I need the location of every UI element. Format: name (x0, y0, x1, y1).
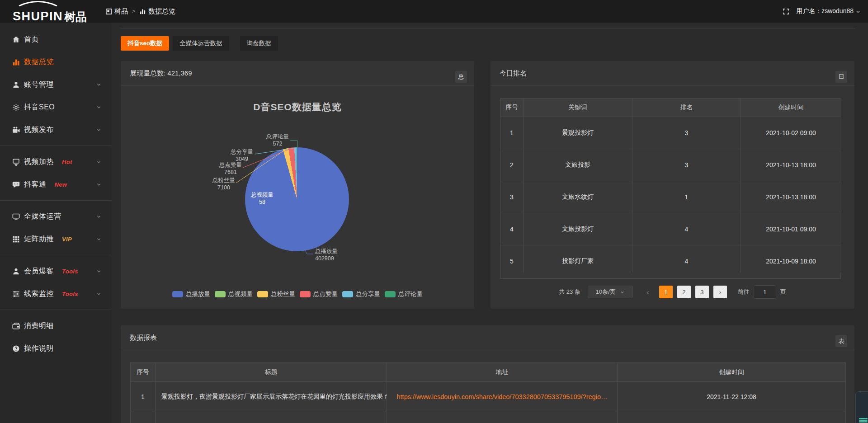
overview-total-badge[interactable]: 总 (455, 71, 467, 83)
breadcrumb-root-label: 树品 (114, 7, 128, 16)
page-size-select[interactable]: 10条/页 (588, 286, 633, 298)
rank-panel: 今日排名 日 序号 关键词 排名 创建时间 1景观投影灯32021-10-02 … (491, 61, 854, 309)
sidebar-item-monitor[interactable]: 全媒体运营 (0, 205, 112, 228)
prev-page-button[interactable]: ‹ (644, 288, 652, 296)
pie-label-comments: 总评论量572 (266, 133, 289, 147)
legend-swatch (385, 291, 396, 297)
sidebar-menu: 首页 数据总览 账号管理 抖音SEO 视频发布 视频加热 Hot 抖客通 New… (0, 23, 112, 423)
user-menu[interactable]: 用户名：zswodun88 (796, 7, 861, 15)
sidebar-item-label: 抖客通 (24, 180, 47, 189)
table-row: 3文旅水纹灯12021-10-13 18:00 (500, 181, 841, 213)
header-right: 用户名：zswodun88 (782, 0, 861, 23)
chevron-down-icon (96, 127, 102, 133)
gadget-bars-icon (859, 417, 868, 423)
sidebar-item-user-tools[interactable]: 会员爆客 Tools (0, 260, 112, 282)
report-panel: 数据报表 表 序号 标题 地址 创建时间 1 景观投影灯，夜游景观投影灯厂家展示… (121, 325, 854, 423)
sidebar-item-label: 线索监控 (24, 289, 54, 299)
wallet-icon (11, 321, 20, 330)
breadcrumb-current[interactable]: 数据总览 (139, 7, 175, 16)
chat-icon (11, 180, 20, 189)
rank-day-badge[interactable]: 日 (835, 71, 847, 83)
sidebar-divider (0, 255, 112, 255)
table-row (131, 412, 846, 423)
tab-1[interactable]: 全媒体运营数据 (173, 36, 229, 51)
pie-label-shares: 总分享量3049 (231, 148, 253, 163)
app-logo[interactable]: SHUPIN 树品 (13, 0, 87, 26)
legend-swatch (300, 291, 311, 297)
pie-legend: 总播放量总视频量总粉丝量总点赞量总分享量总评论量 (121, 290, 474, 298)
breadcrumb-current-label: 数据总览 (148, 7, 175, 16)
table-cell: 2021-10-13 18:00 (741, 181, 841, 213)
col-keyword: 关键词 (524, 99, 632, 117)
sidebar-item-user[interactable]: 账号管理 (0, 73, 112, 96)
col-created: 创建时间 (741, 99, 841, 117)
user-icon (11, 80, 20, 89)
pagination-total: 共 23 条 (559, 288, 580, 296)
legend-item[interactable]: 总粉丝量 (257, 290, 295, 298)
legend-label: 总点赞量 (313, 290, 338, 298)
report-panel-title: 数据报表 (130, 334, 157, 342)
col-url: 地址 (387, 363, 618, 382)
legend-item[interactable]: 总播放量 (172, 290, 210, 298)
pie-label-plays: 总播放量402909 (315, 248, 338, 262)
sidebar-item-label: 视频发布 (24, 125, 54, 135)
sidebar-item-label: 抖音SEO (24, 103, 55, 112)
legend-item[interactable]: 总视频量 (215, 290, 253, 298)
gear-icon (11, 103, 20, 112)
legend-label: 总视频量 (228, 290, 253, 298)
scrollbar-widget[interactable] (855, 391, 868, 423)
chevron-down-icon (855, 9, 861, 14)
user-label: 用户名：zswodun88 (796, 7, 854, 15)
col-index: 序号 (131, 363, 156, 382)
sidebar-item-wallet[interactable]: 消费明细 (0, 315, 112, 337)
sidebar-item-grid[interactable]: 矩阵助推 VIP (0, 228, 112, 250)
rank-table-partial-row (500, 273, 841, 279)
sidebar-item-sliders[interactable]: 线索监控 Tools (0, 282, 112, 305)
sidebar-item-tag: VIP (62, 236, 72, 243)
tab-2[interactable]: 询盘数据 (240, 36, 278, 51)
pie-label-fans: 总粉丝量7100 (212, 177, 235, 191)
sidebar-item-home[interactable]: 首页 (0, 28, 112, 51)
chevron-down-icon (96, 159, 102, 165)
legend-swatch (215, 291, 226, 297)
sidebar-item-gear[interactable]: 抖音SEO (0, 96, 112, 118)
sidebar-divider (0, 200, 112, 201)
header-divider (121, 28, 855, 28)
overview-panel: 展现量总数: 421,369 总 D音SEO数据量总览 总评论量572 总分享量… (121, 61, 474, 309)
chevron-down-icon (96, 82, 102, 88)
page-button-1[interactable]: 1 (659, 286, 673, 298)
legend-swatch (172, 291, 183, 297)
sidebar-divider (0, 310, 112, 310)
table-cell: 文旅投影灯 (524, 213, 632, 245)
user-tools-icon (11, 267, 20, 276)
page-button-3[interactable]: 3 (695, 286, 709, 298)
page-button-2[interactable]: 2 (677, 286, 691, 298)
col-title: 标题 (156, 363, 387, 382)
sidebar-item-chat[interactable]: 抖客通 New (0, 173, 112, 196)
legend-item[interactable]: 总点赞量 (300, 290, 338, 298)
sidebar-item-video-camera[interactable]: 视频发布 (0, 118, 112, 141)
breadcrumb-root[interactable]: 树品 (105, 7, 128, 16)
chevron-down-icon (96, 291, 102, 297)
report-table-badge[interactable]: 表 (835, 335, 847, 347)
table-cell: 1 (500, 117, 524, 149)
next-page-button[interactable]: › (713, 286, 727, 298)
fullscreen-icon[interactable] (782, 8, 790, 15)
sidebar-item-label: 操作说明 (24, 344, 54, 353)
legend-item[interactable]: 总评论量 (385, 290, 423, 298)
video-link[interactable]: https://www.iesdouyin.com/share/video/70… (387, 382, 618, 412)
sidebar-item-question[interactable]: 操作说明 (0, 337, 112, 360)
tab-0[interactable]: 抖音seo数据 (121, 36, 169, 51)
rank-table: 序号 关键词 排名 创建时间 1景观投影灯32021-10-02 09:002文… (500, 98, 841, 277)
sidebar-item-heater[interactable]: 视频加热 Hot (0, 150, 112, 173)
table-row: 2文旅投影32021-10-13 18:00 (500, 149, 841, 181)
chevron-down-icon (96, 268, 102, 274)
sidebar-item-chart-bar[interactable]: 数据总览 (0, 51, 112, 73)
pagination: 共 23 条 10条/页 ‹ 123› 前往 页 (491, 286, 854, 298)
cell-created: 2021-11-22 12:08 (618, 382, 846, 412)
chevron-down-icon (96, 104, 102, 110)
sidebar-item-label: 消费明细 (24, 321, 54, 331)
report-table: 序号 标题 地址 创建时间 1 景观投影灯，夜游景观投影灯厂家展示展示落花灯在花… (130, 362, 846, 423)
goto-page-input[interactable] (754, 285, 776, 299)
legend-item[interactable]: 总分享量 (342, 290, 380, 298)
